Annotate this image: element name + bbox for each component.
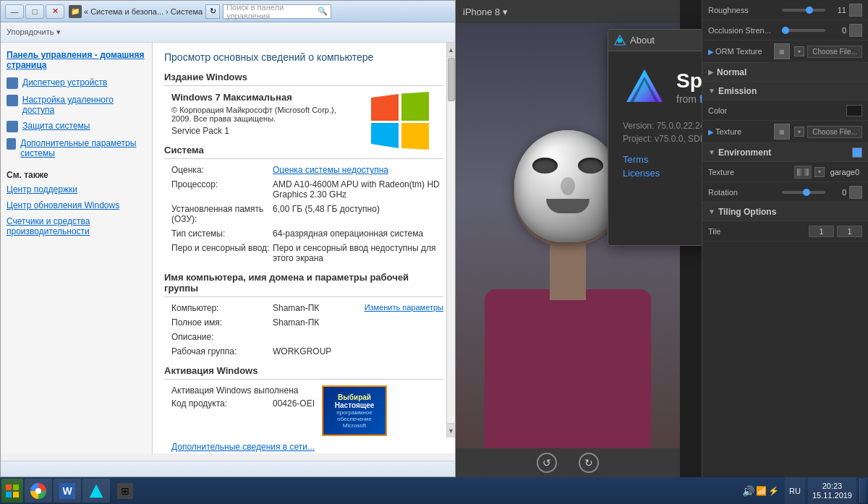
taskbar-chrome-btn[interactable] bbox=[25, 479, 52, 503]
svg-rect-7 bbox=[6, 492, 12, 497]
silver-mask bbox=[514, 130, 621, 242]
svg-marker-9 bbox=[90, 484, 103, 497]
scroll-down-btn[interactable]: ▼ bbox=[447, 423, 455, 437]
cp-update-link[interactable]: Центр обновления Windows bbox=[7, 200, 146, 210]
occlusion-value: 0 bbox=[828, 26, 846, 35]
cp-nav-remote-label: Настройка удаленного доступа bbox=[22, 95, 146, 115]
ar-toolbar: iPhone 8 ▾ bbox=[456, 0, 680, 23]
cp-content: Просмотр основных сведений о компьютере … bbox=[153, 43, 455, 453]
tile-y-input[interactable] bbox=[837, 226, 862, 237]
taskbar-clock[interactable]: 20:23 15.11.2019 bbox=[808, 477, 856, 504]
mask-left-eye bbox=[532, 158, 558, 174]
orm-file-btn[interactable]: Choose File... bbox=[807, 46, 862, 58]
ar-device-chevron: ▾ bbox=[503, 7, 508, 17]
cp-minimize-btn[interactable]: — bbox=[5, 4, 24, 19]
emission-label: Emission bbox=[718, 86, 757, 96]
tile-label: Tile bbox=[708, 227, 809, 236]
start-button[interactable] bbox=[1, 479, 23, 503]
panel-tiling-section[interactable]: ▼ Tiling Options bbox=[702, 202, 868, 221]
cp-sidebar: Панель управления - домашняя страница Ди… bbox=[1, 43, 153, 453]
cp-home-link[interactable]: Панель управления - домашняя страница bbox=[7, 50, 146, 70]
cp-address-bar: 📁 « Система и безопа... › Система ↻ Поис… bbox=[69, 4, 451, 20]
env-texture-value: garage0 bbox=[827, 168, 862, 176]
panel-occlusion-row: Occlusion Stren... 0 bbox=[702, 20, 868, 40]
panel-emission-section[interactable]: ▼ Emission bbox=[702, 82, 868, 101]
cp-breadcrumb: « Система и безопа... › Система bbox=[84, 7, 203, 16]
show-desktop-btn[interactable] bbox=[859, 479, 865, 503]
roughness-swatch bbox=[849, 4, 862, 17]
product-key-value: 00426-OEI bbox=[273, 398, 315, 409]
ar-rotate-right-btn[interactable]: ↻ bbox=[579, 453, 599, 473]
cp-nav-item-devices[interactable]: Диспетчер устройств bbox=[7, 77, 146, 89]
change-params-link[interactable]: Изменить параметры bbox=[365, 303, 443, 312]
computer-row-1: Полное имя: Shaman-ПК bbox=[171, 317, 443, 328]
roughness-value: 11 bbox=[828, 6, 846, 14]
systray-icon-1: 🔊 bbox=[742, 485, 754, 497]
mask-nose bbox=[561, 177, 575, 195]
word-icon: W bbox=[59, 483, 75, 499]
cp-support-link[interactable]: Центр поддержки bbox=[7, 184, 146, 195]
rotation-thumb[interactable] bbox=[803, 189, 810, 196]
system-row-4: Перо и сенсорный ввод: Перо и сенсорный … bbox=[171, 243, 443, 263]
panel-normal-section[interactable]: ▶ Normal bbox=[702, 63, 868, 82]
scroll-up-btn[interactable]: ▲ bbox=[447, 43, 455, 57]
about-terms-link[interactable]: Terms bbox=[623, 154, 660, 165]
workgroup-value: WORKGROUP bbox=[273, 346, 443, 356]
texture-emission-dropdown[interactable]: ▾ bbox=[794, 127, 804, 137]
lang-indicator[interactable]: RU bbox=[785, 477, 805, 504]
tile-x-input[interactable] bbox=[809, 226, 834, 237]
texture-emission-btn[interactable]: Choose File... bbox=[807, 126, 862, 138]
more-info-link[interactable]: Дополнительные сведения в сети... bbox=[171, 442, 315, 452]
taskbar-systray: 🔊 📶 ⚡ bbox=[739, 485, 782, 497]
cp-close-btn[interactable]: ✕ bbox=[46, 4, 64, 19]
panel-environment-section[interactable]: ▼ Environment bbox=[702, 143, 868, 162]
about-licenses-link[interactable]: Licenses bbox=[623, 168, 660, 179]
rotation-swatch bbox=[849, 186, 862, 199]
cp-toolbar: Упорядочить ▾ bbox=[1, 22, 455, 43]
orm-label: ORM Texture bbox=[715, 47, 774, 56]
cp-refresh-btn[interactable]: ↻ bbox=[205, 4, 220, 19]
occlusion-swatch bbox=[849, 24, 862, 37]
env-texture-dropdown[interactable]: ▾ bbox=[814, 167, 825, 177]
svg-rect-8 bbox=[13, 492, 19, 497]
activation-banner: Выбирай Настоящее программное обеспечени… bbox=[322, 385, 387, 436]
taskbar-explorer-btn[interactable]: ⊞ bbox=[111, 479, 139, 503]
cp-nav-item-advanced[interactable]: Дополнительные параметры системы bbox=[7, 138, 146, 158]
cp-search-box[interactable]: Поиск в панели управления 🔍 bbox=[223, 4, 331, 19]
taskbar-spark-btn[interactable] bbox=[82, 479, 110, 503]
normal-label: Normal bbox=[717, 67, 746, 77]
systray-icon-3: ⚡ bbox=[768, 486, 779, 496]
cp-nav-devices-label: Диспетчер устройств bbox=[22, 77, 107, 87]
cp-content-title: Просмотр основных сведений о компьютере bbox=[164, 51, 443, 63]
computer-row-3: Рабочая группа: WORKGROUP bbox=[171, 346, 443, 356]
computer-row-2: Описание: bbox=[171, 332, 443, 342]
orm-dropdown[interactable]: ▾ bbox=[794, 46, 804, 56]
cp-maximize-btn[interactable]: □ bbox=[25, 4, 44, 19]
rotation-slider[interactable] bbox=[782, 191, 825, 194]
scroll-thumb[interactable] bbox=[448, 58, 455, 101]
activation-status: Активация Windows выполнена bbox=[171, 385, 315, 396]
occlusion-thumb[interactable] bbox=[782, 27, 789, 34]
ar-bottom-controls: ↺ ↻ bbox=[456, 448, 680, 477]
ar-device-selector[interactable]: iPhone 8 ▾ bbox=[463, 7, 508, 17]
cp-nav-item-remote[interactable]: Настройка удаленного доступа bbox=[7, 95, 146, 115]
env-texture-label: Texture bbox=[708, 168, 794, 176]
occlusion-slider[interactable] bbox=[782, 29, 825, 32]
ar-rotate-left-btn[interactable]: ↺ bbox=[537, 453, 557, 473]
system-row-2: Установленная память(ОЗУ): 6,00 ГБ (5,48… bbox=[171, 204, 443, 224]
color-swatch[interactable] bbox=[846, 105, 862, 116]
taskbar-word-btn[interactable]: W bbox=[54, 479, 81, 503]
system-value-0[interactable]: Оценка системы недоступна bbox=[273, 165, 388, 175]
roughness-slider[interactable] bbox=[782, 9, 825, 12]
panel-rotation-row: Rotation 0 bbox=[702, 182, 868, 202]
occlusion-label: Occlusion Stren... bbox=[708, 26, 782, 35]
about-links: Terms Licenses bbox=[623, 154, 660, 179]
toolbar-organize[interactable]: Упорядочить ▾ bbox=[7, 27, 61, 37]
lang-text: RU bbox=[789, 487, 801, 495]
roughness-thumb[interactable] bbox=[806, 7, 813, 14]
cp-nav-item-protection[interactable]: Защита системы bbox=[7, 121, 146, 132]
env-checkbox[interactable] bbox=[852, 148, 862, 158]
cp-scrollbar[interactable]: ▲ ▼ bbox=[446, 43, 455, 437]
cp-sidebar-nav: Диспетчер устройств Настройка удаленного… bbox=[7, 77, 146, 158]
cp-perf-link[interactable]: Счетчики и средства производительности bbox=[7, 216, 146, 236]
